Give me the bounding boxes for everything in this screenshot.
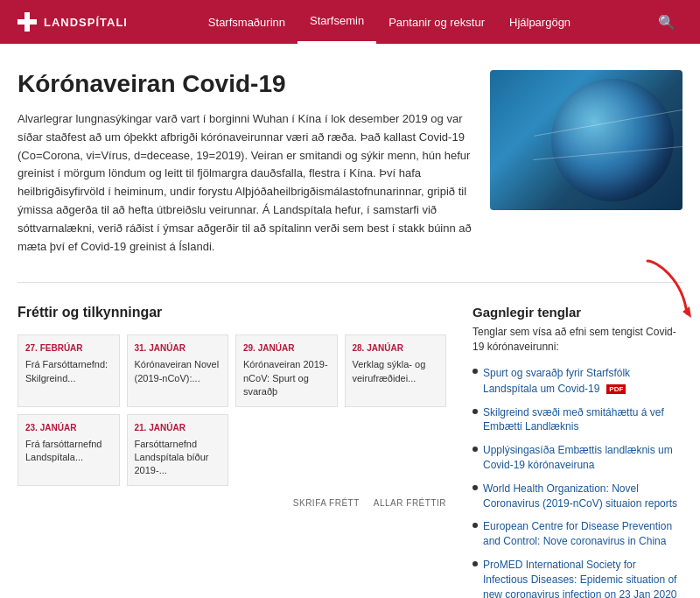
news-card-5[interactable]: 21. JANÚAR Farsóttarnefnd Landspítala bí… xyxy=(127,414,229,486)
write-news-link[interactable]: SKRIFA FRÉTT xyxy=(293,498,360,508)
link-bullet-4 xyxy=(472,523,478,528)
news-date-4: 23. JANÚAR xyxy=(25,422,112,434)
hero-section: Kórónaveiran Covid-19 Alvarlegrar lungna… xyxy=(18,70,682,256)
hero-image xyxy=(490,70,682,210)
news-title-1: Kórónaveiran Novel (2019-nCoV):... xyxy=(135,359,220,383)
header: LANDSPÍTALI Starfsmaðurinn Starfsemin Pa… xyxy=(0,0,700,44)
link-anchor-4[interactable]: European Centre for Disease Prevention a… xyxy=(483,519,682,549)
main-nav: Starfsmaðurinn Starfsemin Pantanir og re… xyxy=(196,0,583,44)
link-text-0: Spurt og svaraðþ fyrir Starfsfólk Landsp… xyxy=(483,365,682,397)
globe-line1 xyxy=(534,108,682,137)
section-divider xyxy=(18,282,682,283)
link-bullet-1 xyxy=(472,409,478,414)
bottom-section: Fréttir og tilkynningar 27. FEBRÚAR Frá … xyxy=(18,305,682,598)
news-heading: Fréttir og tilkynningar xyxy=(18,305,446,320)
news-card-3[interactable]: 28. JANÚAR Verklag sýkla- og veirufræðid… xyxy=(345,334,447,406)
news-section: Fréttir og tilkynningar 27. FEBRÚAR Frá … xyxy=(18,305,446,507)
arrow-container: Gagnlegir tenglar Tenglar sem vísa að ef… xyxy=(472,305,682,598)
globe-line2 xyxy=(533,145,682,160)
news-card-2[interactable]: 29. JANÚAR Kórónaveiran 2019-nCoV: Spurt… xyxy=(235,334,338,406)
news-card-0[interactable]: 27. FEBRÚAR Frá Farsóttarnefnd: Skilgrei… xyxy=(18,334,120,406)
link-item-1: Skilgreind svæði með smitáhættu á vef Em… xyxy=(472,405,682,435)
news-date-0: 27. FEBRÚAR xyxy=(25,342,112,355)
link-bullet-2 xyxy=(472,447,478,452)
all-news-link[interactable]: ALLAR FRÉTTIR xyxy=(374,498,446,508)
hero-body: Alvarlegrar lungnasýkingar varð vart í b… xyxy=(18,110,472,256)
news-title-2: Kórónaveiran 2019-nCoV: Spurt og svaraðþ xyxy=(243,359,328,397)
link-anchor-2[interactable]: Upplýsingasíða Embættis landlæknis um Co… xyxy=(483,443,682,473)
nav-hjalpargogn[interactable]: Hjálpargögn xyxy=(497,0,583,44)
links-heading: Gagnlegir tenglar xyxy=(472,305,682,320)
cross-icon xyxy=(18,12,37,32)
page-title: Kórónaveiran Covid-19 xyxy=(18,70,472,98)
news-date-5: 21. JANÚAR xyxy=(135,422,221,434)
news-card-1[interactable]: 31. JANÚAR Kórónaveiran Novel (2019-nCoV… xyxy=(127,334,229,406)
news-card-4[interactable]: 23. JANÚAR Frá farsóttarnefnd Landspítal… xyxy=(18,414,120,486)
news-date-2: 29. JANÚAR xyxy=(243,342,330,355)
link-bullet-3 xyxy=(472,485,478,490)
link-bullet-5 xyxy=(472,561,478,566)
link-item-2: Upplýsingasíða Embættis landlæknis um Co… xyxy=(472,443,682,473)
link-anchor-1[interactable]: Skilgreind svæði með smitáhættu á vef Em… xyxy=(483,405,682,435)
link-item-5: ProMED International Society for Infecti… xyxy=(472,558,682,598)
news-card-empty2 xyxy=(345,414,447,486)
news-date-3: 28. JANÚAR xyxy=(353,342,439,355)
link-anchor-5[interactable]: ProMED International Society for Infecti… xyxy=(483,558,682,598)
news-card-empty1 xyxy=(235,414,338,486)
logo[interactable]: LANDSPÍTALI xyxy=(18,12,128,32)
news-grid: 27. FEBRÚAR Frá Farsóttarnefnd: Skilgrei… xyxy=(18,334,446,485)
links-subtitle: Tenglar sem vísa að efni sem tengist Cov… xyxy=(472,325,682,355)
main-container: Kórónaveiran Covid-19 Alvarlegrar lungna… xyxy=(0,44,700,598)
news-title-5: Farsóttarnefnd Landspítala bíður 2019-..… xyxy=(135,439,209,476)
hero-text: Kórónaveiran Covid-19 Alvarlegrar lungna… xyxy=(18,70,472,256)
nav-starfsmadurin[interactable]: Starfsmaðurinn xyxy=(196,0,298,44)
globe-decoration xyxy=(551,79,674,201)
logo-text: LANDSPÍTALI xyxy=(44,16,128,29)
svg-marker-0 xyxy=(682,306,691,318)
news-title-4: Frá farsóttarnefnd Landspítala... xyxy=(25,439,102,462)
nav-starfsemin[interactable]: Starfsemin xyxy=(298,0,376,44)
news-footer: SKRIFA FRÉTT ALLAR FRÉTTIR xyxy=(18,498,446,508)
link-item-0: Spurt og svaraðþ fyrir Starfsfólk Landsp… xyxy=(472,365,682,397)
link-anchor-3[interactable]: World Health Organization: Novel Coronav… xyxy=(483,482,682,511)
search-icon[interactable]: 🔍 xyxy=(651,0,682,44)
nav-pantanir[interactable]: Pantanir og rekstur xyxy=(376,0,497,44)
links-section: Gagnlegir tenglar Tenglar sem vísa að ef… xyxy=(472,305,682,598)
pdf-badge-0: PDF xyxy=(606,384,626,394)
news-title-0: Frá Farsóttarnefnd: Skilgreind... xyxy=(25,359,108,383)
news-date-1: 31. JANÚAR xyxy=(135,342,221,355)
news-title-3: Verklag sýkla- og veirufræðidei... xyxy=(353,359,426,383)
link-item-3: World Health Organization: Novel Coronav… xyxy=(472,482,682,511)
link-bullet-0 xyxy=(472,369,478,374)
link-item-4: European Centre for Disease Prevention a… xyxy=(472,519,682,549)
